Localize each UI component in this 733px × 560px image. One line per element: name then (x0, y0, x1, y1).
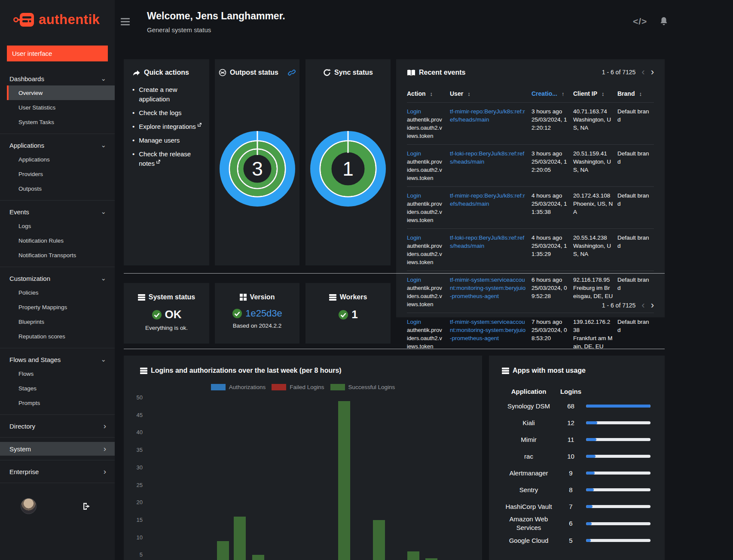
pagination-next-icon[interactable]: › (651, 302, 654, 308)
main-content: Welcome, Jens Langhammer. General system… (115, 0, 733, 560)
sidebar: authentik User interface Dashboards⌄Over… (0, 0, 115, 560)
sidebar-section-header-system[interactable]: System› (0, 442, 115, 456)
event-user-cell: tf-loki-repo:BeryJu/k8s:ref:refs/heads/m… (450, 149, 531, 182)
hamburger-menu-icon[interactable] (121, 18, 130, 27)
event-action-cell: Loginauthentik.providers.oauth2.views.to… (407, 192, 450, 224)
event-action-link[interactable]: Login (407, 276, 446, 284)
event-created-cell: 6 hours ago25/03/2024, 09:52:28 (531, 276, 573, 308)
events-column-action[interactable]: Action↕ (407, 90, 450, 97)
event-user-link[interactable]: tf-mimir-repo:BeryJu/k8s:ref:refs/heads/… (450, 192, 527, 208)
sidebar-section-label: Customization (9, 275, 50, 282)
legend-swatch (272, 384, 286, 390)
sidebar-item-blueprints[interactable]: Blueprints (7, 314, 115, 329)
pagination-label: 1 - 6 of 7125 (602, 302, 636, 309)
progress-fill (586, 421, 597, 424)
bar-successful-logins (338, 401, 350, 560)
api-code-icon[interactable]: </> (633, 16, 647, 27)
event-user-link[interactable]: tf-mimir-system:serviceaccount:monitorin… (450, 276, 527, 300)
sidebar-item-logs[interactable]: Logs (7, 219, 115, 233)
sidebar-item-stages[interactable]: Stages (7, 381, 115, 396)
version-value-link[interactable]: 1e25d3e (245, 308, 282, 319)
sidebar-item-notification-rules[interactable]: Notification Rules (7, 233, 115, 248)
sidebar-item-applications[interactable]: Applications (7, 152, 115, 167)
events-column-brand[interactable]: Brand↕ (617, 90, 654, 97)
sidebar-item-providers[interactable]: Providers (7, 167, 115, 181)
quick-action-link-explore-integrations[interactable]: Explore integrations (139, 122, 202, 131)
chart-title: Logins and authorizations over the last … (151, 367, 342, 374)
sidebar-section-header-directory[interactable]: Directory› (0, 419, 115, 433)
server-icon (329, 294, 336, 301)
quick-action-link-check-the-logs[interactable]: Check the logs (139, 108, 181, 118)
sidebar-item-reputation-scores[interactable]: Reputation scores (7, 329, 115, 344)
sidebar-section-header-dashboards[interactable]: Dashboards⌄ (0, 72, 115, 85)
sidebar-item-property-mappings[interactable]: Property Mappings (7, 300, 115, 314)
outpost-link-icon[interactable] (288, 69, 296, 76)
event-created-absolute: 25/03/2024, 12:20:12 (531, 116, 569, 132)
avatar[interactable] (21, 498, 37, 514)
workers-value: 1 (351, 308, 357, 321)
legend-item-successful-logins: Successful Logins (330, 384, 395, 390)
event-created-cell: 7 hours ago25/03/2024, 08:53:20 (531, 318, 573, 350)
sidebar-item-notification-transports[interactable]: Notification Transports (7, 248, 115, 262)
event-action-link[interactable]: Login (407, 107, 446, 116)
bar-successful-logins (373, 520, 385, 560)
event-action-link[interactable]: Login (407, 234, 446, 242)
event-user-link[interactable]: tf-mimir-repo:BeryJu/k8s:ref:refs/heads/… (450, 107, 527, 124)
pagination-prev-icon[interactable]: ‹ (641, 69, 644, 75)
event-created-cell: 3 hours ago25/03/2024, 12:20:12 (531, 107, 573, 140)
event-geo: Washington, US, NA (573, 116, 613, 132)
sidebar-section-directory: Directory› (0, 414, 115, 437)
user-interface-button[interactable]: User interface (7, 46, 108, 61)
event-created-relative: 7 hours ago (531, 318, 569, 326)
progress-track (586, 421, 651, 424)
event-action-link[interactable]: Login (407, 192, 446, 200)
authentik-logo-icon (13, 11, 35, 28)
sidebar-section-header-customization[interactable]: Customization⌄ (0, 271, 115, 285)
events-column-label: Brand (617, 90, 635, 97)
sidebar-item-flows[interactable]: Flows (7, 366, 115, 381)
notification-bell-icon[interactable] (659, 16, 669, 27)
y-axis-tick: 20 (127, 499, 143, 505)
event-brand-cell: Default brand (617, 107, 654, 140)
server-icon (138, 294, 145, 301)
event-user-link[interactable]: tf-loki-repo:BeryJu/k8s:ref:refs/heads/m… (450, 234, 527, 250)
event-client-ip: 139.162.176.238 (573, 318, 613, 334)
event-user-cell: tf-mimir-system:serviceaccount:monitorin… (450, 318, 531, 350)
event-action-link[interactable]: Login (407, 149, 446, 158)
table-row: Loginauthentik.providers.oauth2.views.to… (407, 144, 654, 186)
quick-action-link-create-a-new-application[interactable]: Create a new application (139, 85, 202, 104)
sidebar-section-header-events[interactable]: Events⌄ (0, 205, 115, 219)
pagination-prev-icon[interactable]: ‹ (641, 302, 644, 308)
legend-item-failed-logins: Failed Logins (272, 384, 324, 390)
sidebar-section-label: Directory (9, 423, 35, 430)
book-icon (407, 69, 415, 76)
sidebar-item-policies[interactable]: Policies (7, 285, 115, 300)
event-user-link[interactable]: tf-loki-repo:BeryJu/k8s:ref:refs/heads/m… (450, 149, 527, 166)
sidebar-item-prompts[interactable]: Prompts (7, 396, 115, 410)
event-client-ip: 40.71.163.74 (573, 107, 613, 116)
events-column-label: Client IP (573, 90, 597, 97)
events-column-user[interactable]: User↕ (450, 90, 531, 97)
logout-icon[interactable] (82, 502, 91, 511)
pagination-next-icon[interactable]: › (651, 69, 654, 75)
sidebar-section-label: Dashboards (9, 75, 44, 82)
sidebar-item-overview[interactable]: Overview (7, 85, 115, 100)
sidebar-section-label: Enterprise (9, 468, 39, 475)
sidebar-section-header-flows-and-stages[interactable]: Flows and Stages⌄ (0, 353, 115, 366)
events-pagination-bottom: 1 - 6 of 7125 ‹ › (602, 302, 654, 309)
quick-action-link-check-the-release-notes[interactable]: Check the release notes (139, 149, 202, 168)
sidebar-item-user-statistics[interactable]: User Statistics (7, 100, 115, 115)
event-user-link[interactable]: tf-mimir-system:serviceaccount:monitorin… (450, 318, 527, 342)
sidebar-section-header-applications[interactable]: Applications⌄ (0, 138, 115, 152)
app-logins-count: 9 (557, 469, 585, 478)
quick-action-link-manage-users[interactable]: Manage users (139, 136, 180, 145)
sync-status-title: Sync status (334, 69, 373, 76)
events-column-client-ip[interactable]: Client IP↕ (573, 90, 617, 97)
sidebar-section-header-enterprise[interactable]: Enterprise› (0, 465, 115, 478)
event-action-link[interactable]: Login (407, 318, 446, 326)
list-item: Kiali12 (502, 414, 656, 431)
events-column-creatio[interactable]: Creatio...↑ (531, 90, 573, 97)
sidebar-item-system-tasks[interactable]: System Tasks (7, 115, 115, 129)
list-item: Amazon Web Services6 (502, 515, 656, 532)
sidebar-item-outposts[interactable]: Outposts (7, 181, 115, 196)
